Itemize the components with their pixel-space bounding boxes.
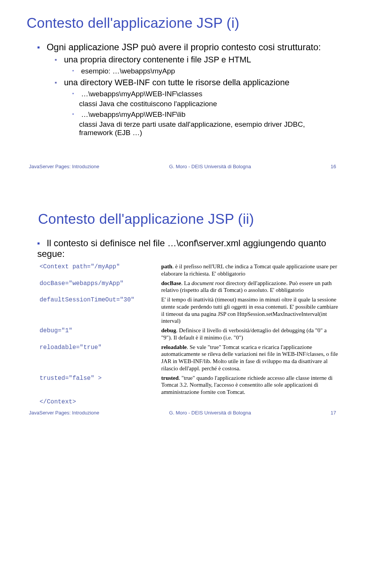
term: trusted	[161, 375, 179, 381]
slide-divider	[0, 181, 365, 204]
def: . Se vale "true" Tomcat scarica e ricari…	[161, 344, 338, 371]
footer-1: JavaServer Pages: Introduzione G. Moro -…	[27, 164, 338, 169]
text: classi Java di terze parti usate dall'ap…	[79, 120, 305, 137]
square-icon	[37, 42, 44, 53]
slide-title-2: Contesto dell'applicazione JSP (ii)	[38, 211, 338, 227]
square-icon	[55, 55, 62, 65]
row-debug: debug="1" debug. Definisce il livello di…	[40, 327, 338, 341]
desc: docBase. La document root directory dell…	[161, 280, 338, 294]
square-icon	[55, 78, 62, 88]
code: trusted="false" >	[40, 374, 161, 383]
text: …\webapps\myApp\WEB-INF\lib	[81, 110, 186, 118]
bullet-l3b-sub: classi Java che costituiscono l'applicaz…	[79, 100, 338, 108]
code: docBase="webapps/myApp"	[40, 280, 161, 288]
square-icon	[72, 110, 79, 119]
code: reloadable="true"	[40, 344, 161, 352]
text: Il contesto si definisce nel file …\conf…	[37, 238, 326, 259]
term: reloadable	[161, 344, 187, 350]
bullet-l2b: una directory WEB-INF con tutte le risor…	[55, 78, 338, 88]
def: . "true" quando l'applicazione richiede …	[161, 375, 333, 395]
row-path: <Context path="/myApp" path. è il prefis…	[40, 263, 338, 277]
bullet-l2a: una propria directory contenente i file …	[55, 55, 338, 65]
row-close: </Context>	[40, 398, 338, 406]
code: defaultSessionTimeOut="30"	[40, 296, 161, 304]
row-docbase: docBase="webapps/myApp" docBase. La docu…	[40, 280, 338, 294]
bullet-l3c: …\webapps\myApp\WEB-INF\lib	[72, 110, 338, 119]
text: …\webapps\myApp\WEB-INF\classes	[81, 90, 202, 98]
footer-right: 16	[321, 164, 336, 169]
footer-2: JavaServer Pages: Introduzione G. Moro -…	[27, 410, 338, 416]
bullet-l3c-sub: classi Java di terze parti usate dall'ap…	[79, 120, 338, 137]
slide-2: Contesto dell'applicazione JSP (ii) Il c…	[0, 204, 365, 427]
slide-title-1: Contesto dell'applicazione JSP (i)	[27, 15, 338, 31]
term: path	[161, 263, 172, 269]
code: debug="1"	[40, 327, 161, 335]
def: E' il tempo di inattività (timeout) mass…	[161, 296, 338, 324]
desc: path. è il prefisso nell'URL che indica …	[161, 263, 338, 277]
code: </Context>	[40, 398, 161, 406]
def1: . La	[181, 280, 192, 286]
footer-left: JavaServer Pages: Introduzione	[29, 410, 99, 416]
footer-right: 17	[321, 410, 336, 416]
bullet-l1: Ogni applicazione JSP può avere il propr…	[37, 42, 338, 53]
bullet-intro: Il contesto si definisce nel file …\conf…	[37, 238, 338, 259]
desc: reloadable. Se vale "true" Tomcat scaric…	[161, 344, 338, 372]
text: esempio: …\webapps\myApp	[81, 67, 175, 75]
footer-left: JavaServer Pages: Introduzione	[29, 164, 99, 169]
footer-center: G. Moro - DEIS Università di Bologna	[99, 164, 321, 169]
text: Ogni applicazione JSP può avere il propr…	[47, 42, 321, 52]
row-trusted: trusted="false" > trusted. "true" quando…	[40, 374, 338, 396]
desc: E' il tempo di inattività (timeout) mass…	[161, 296, 338, 325]
slide-1: Contesto dell'applicazione JSP (i) Ogni …	[0, 0, 365, 181]
term: debug	[161, 327, 176, 333]
square-icon	[72, 67, 79, 75]
square-icon	[37, 238, 44, 249]
desc: debug. Definisce il livello di verbosità…	[161, 327, 338, 341]
code: <Context path="/myApp"	[40, 263, 161, 271]
text: classi Java che costituiscono l'applicaz…	[79, 100, 217, 108]
bullet-l3b: …\webapps\myApp\WEB-INF\classes	[72, 90, 338, 98]
def: . Definisce il livello di verbosità/dett…	[161, 327, 327, 341]
square-icon	[72, 90, 79, 98]
term: docBase	[161, 280, 181, 286]
text: una propria directory contenente i file …	[64, 55, 251, 64]
def: . è il prefisso nell'URL che indica a To…	[161, 263, 337, 277]
row-timeout: defaultSessionTimeOut="30" E' il tempo d…	[40, 296, 338, 325]
bullet-l3a: esempio: …\webapps\myApp	[72, 67, 338, 75]
footer-center: G. Moro - DEIS Università di Bologna	[99, 410, 321, 416]
desc: trusted. "true" quando l'applicazione ri…	[161, 374, 338, 396]
row-reloadable: reloadable="true" reloadable. Se vale "t…	[40, 344, 338, 372]
text: una directory WEB-INF con tutte le risor…	[64, 78, 289, 87]
italic: document root	[192, 280, 225, 286]
